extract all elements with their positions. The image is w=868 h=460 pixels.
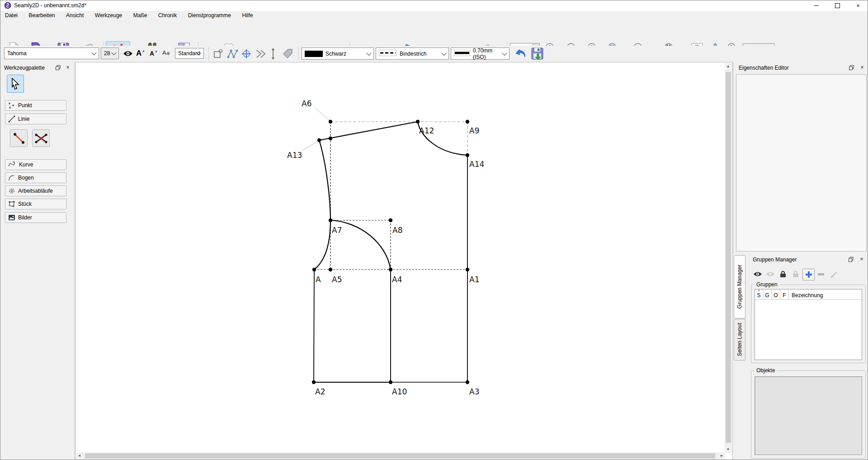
drawing-canvas[interactable]: A6A13A12A9A14A7A8AA5A4A1A2A10A3 ▲ ▼ ◄ ► (75, 62, 733, 460)
pattern-point-A3[interactable] (466, 380, 469, 384)
pattern-path[interactable] (314, 270, 314, 382)
tag-icon[interactable] (283, 48, 294, 62)
hide-group-button[interactable] (764, 269, 776, 280)
operations-tools-button[interactable]: Arbeitsabläufe (5, 185, 66, 196)
maximize-button[interactable] (827, 0, 848, 11)
point-label-A14[interactable]: A14 (469, 160, 484, 169)
label-style-combo[interactable]: Standard (175, 48, 204, 59)
point-label-A5[interactable]: A5 (332, 275, 342, 284)
font-size-combo[interactable]: 28 (101, 47, 119, 59)
objekte-list[interactable] (755, 376, 862, 455)
menu-ansicht[interactable]: Ansicht (61, 11, 88, 19)
horizontal-scroll-thumb[interactable] (85, 453, 715, 459)
close-button[interactable]: × (848, 0, 868, 11)
close-dock-button[interactable]: × (64, 64, 72, 71)
horizontal-scrollbar[interactable]: ◄ ► (76, 452, 725, 460)
font-decrease-button[interactable]: A▼ (150, 50, 158, 57)
pattern-point-A7[interactable] (329, 218, 332, 222)
pattern-path[interactable] (314, 220, 330, 270)
column-o[interactable]: O (772, 289, 780, 299)
line-intersect-tool-button[interactable] (32, 129, 50, 147)
piece-tools-button[interactable]: Stück (5, 199, 66, 209)
point-tools-button[interactable]: Punkt (5, 100, 66, 111)
scroll-down-icon[interactable]: ▼ (725, 446, 731, 453)
images-tools-button[interactable]: Bilder (5, 212, 66, 223)
edit-group-button[interactable] (828, 269, 839, 280)
show-group-button[interactable] (752, 269, 763, 280)
point-label-A6[interactable]: A6 (302, 99, 311, 108)
menu-masse[interactable]: Maße (129, 11, 152, 19)
tab-gruppen-manager[interactable]: Gruppen Manager (734, 255, 745, 318)
float-dock-button[interactable] (847, 256, 855, 263)
line-tools-button[interactable]: Linie (5, 114, 66, 124)
minimize-button[interactable] (806, 0, 827, 11)
select-tool-button[interactable] (7, 75, 24, 93)
point-label-A8[interactable]: A8 (392, 226, 402, 235)
pattern-drawing[interactable]: A6A13A12A9A14A7A8AA5A4A1A2A10A3 (75, 62, 732, 460)
pattern-path[interactable] (315, 108, 330, 121)
scroll-right-icon[interactable]: ► (718, 452, 725, 459)
menu-chronik[interactable]: Chronik (154, 11, 181, 19)
pattern-point-A6[interactable] (329, 120, 332, 123)
pattern-point[interactable] (329, 137, 332, 140)
point-label-A3[interactable]: A3 (469, 387, 479, 396)
visibility-eye-icon[interactable] (123, 50, 133, 59)
menu-datei[interactable]: Datei (0, 11, 22, 19)
pattern-point-A8[interactable] (389, 218, 392, 222)
font-increase-button[interactable]: A▲ (136, 49, 145, 58)
pattern-path[interactable] (319, 122, 418, 140)
close-dock-button[interactable]: × (858, 64, 866, 71)
pattern-point-A[interactable] (312, 268, 316, 271)
point-label-A10[interactable]: A10 (392, 387, 407, 396)
column-g[interactable]: G (763, 289, 772, 299)
point-label-A[interactable]: A (316, 275, 321, 284)
snap-target-icon[interactable] (241, 48, 252, 61)
gruppen-list[interactable]: ^S G O F Bezeichnung (755, 289, 862, 360)
scroll-left-icon[interactable]: ◄ (76, 452, 83, 459)
save-options-icon[interactable] (531, 47, 544, 62)
label-color-button[interactable]: A◆ (162, 49, 170, 56)
unlock-group-button[interactable] (790, 269, 801, 280)
pattern-point-A5[interactable] (329, 268, 332, 271)
arc-tools-button[interactable]: Bogen (5, 172, 66, 183)
pattern-path[interactable] (319, 140, 330, 220)
line-type-combo[interactable]: Bindestrich (376, 47, 449, 60)
font-combo[interactable]: Tahoma (4, 47, 99, 59)
column-bezeichnung[interactable]: Bezeichnung (789, 289, 862, 299)
pattern-path[interactable] (302, 141, 318, 151)
pattern-point-A2[interactable] (312, 380, 316, 384)
float-dock-button[interactable] (54, 64, 62, 71)
lock-group-button[interactable] (777, 269, 788, 280)
point-label-A1[interactable]: A1 (469, 275, 479, 284)
point-label-A2[interactable]: A2 (315, 387, 325, 396)
pattern-point-A4[interactable] (389, 268, 392, 271)
tab-seiten-layout[interactable]: Seiten Layout (734, 319, 745, 360)
vertical-scrollbar[interactable]: ▲ ▼ (725, 63, 732, 453)
chevrons-icon[interactable] (255, 49, 267, 61)
pattern-point-A13[interactable] (317, 138, 321, 142)
column-show[interactable]: ^S (755, 289, 763, 299)
menu-dienstprogramme[interactable]: Dienstprogramme (184, 11, 236, 19)
line-segment-tool-button[interactable] (10, 129, 28, 147)
point-label-A7[interactable]: A7 (332, 226, 342, 235)
scroll-up-icon[interactable]: ▲ (725, 63, 731, 70)
pattern-point-A1[interactable] (466, 268, 469, 271)
line-weight-combo[interactable]: 0.70mm (ISO) (451, 47, 509, 60)
reset-option-icon[interactable] (514, 47, 528, 62)
point-label-A12[interactable]: A12 (419, 126, 434, 135)
vertical-arrow-icon[interactable] (270, 48, 276, 62)
close-dock-button[interactable]: × (858, 256, 866, 263)
menu-werkzeuge[interactable]: Werkzeuge (90, 11, 127, 19)
float-dock-button[interactable] (847, 64, 855, 71)
point-label-A4[interactable]: A4 (392, 275, 402, 284)
menu-hilfe[interactable]: Hilfe (238, 11, 258, 19)
point-label-A9[interactable]: A9 (469, 126, 479, 135)
pattern-point-A14[interactable] (466, 153, 469, 157)
pattern-point-A9[interactable] (466, 120, 469, 123)
shape-corner-tool-icon[interactable] (213, 49, 224, 61)
vertical-scroll-thumb[interactable] (726, 72, 731, 443)
column-f[interactable]: F (780, 289, 789, 299)
add-group-button[interactable] (802, 269, 815, 280)
remove-group-button[interactable] (815, 269, 826, 280)
curve-tools-button[interactable]: Kurve (5, 159, 66, 170)
